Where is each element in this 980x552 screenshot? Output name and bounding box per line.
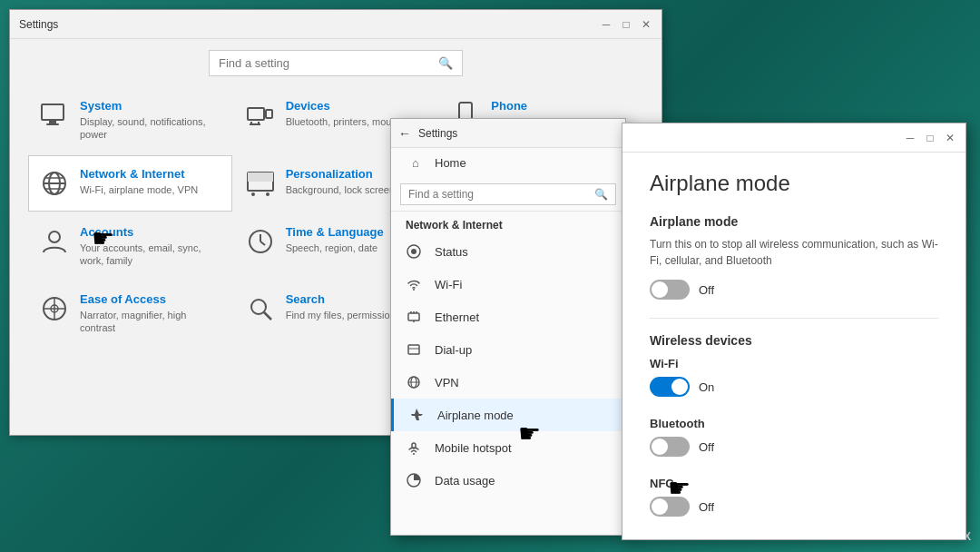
wifi-icon	[406, 276, 426, 292]
settings-item-ease[interactable]: Ease of Access Narrator, magnifier, high…	[28, 281, 232, 347]
airplane-minimize-button[interactable]: ─	[904, 132, 916, 144]
maximize-button[interactable]: □	[620, 18, 632, 31]
system-icon	[38, 99, 71, 132]
nav-search-container: 🔍	[391, 178, 625, 212]
close-button[interactable]: ✕	[640, 18, 652, 31]
back-button[interactable]: ←	[398, 126, 411, 141]
svg-point-18	[266, 192, 270, 196]
nav-item-dialup[interactable]: Dial-up	[391, 333, 625, 366]
bluetooth-toggle[interactable]	[650, 437, 690, 457]
airplane-toggle-label: Off	[699, 283, 714, 297]
svg-rect-3	[248, 108, 264, 120]
network-titlebar: ← Settings	[391, 119, 625, 148]
network-section-title: Network & Internet	[391, 212, 625, 235]
main-window-controls: ─ □ ✕	[600, 18, 652, 31]
main-titlebar: Settings ─ □ ✕	[10, 10, 662, 39]
nav-search-input[interactable]	[408, 188, 594, 201]
nfc-toggle-label-text: NFC	[650, 475, 938, 491]
airplane-window-controls: ─ □ ✕	[904, 132, 956, 144]
system-title: System	[80, 99, 222, 113]
status-icon	[406, 243, 426, 260]
network-title: Network & Internet	[80, 167, 198, 181]
svg-point-19	[49, 232, 60, 242]
search-title: Search	[286, 292, 401, 306]
svg-point-42	[413, 453, 415, 455]
nav-search-icon: 🔍	[594, 188, 608, 201]
main-window-title: Settings	[19, 18, 58, 31]
ease-desc: Narrator, magnifier, high contrast	[80, 309, 222, 335]
bluetooth-toggle-label-text: Bluetooth	[650, 415, 938, 431]
svg-rect-0	[42, 104, 64, 120]
minimize-button[interactable]: ─	[600, 18, 612, 31]
data-label: Data usage	[435, 474, 495, 488]
svg-rect-4	[266, 110, 272, 118]
svg-line-22	[260, 242, 265, 245]
airplane-titlebar: ─ □ ✕	[622, 123, 965, 153]
ease-title: Ease of Access	[80, 292, 222, 306]
bluetooth-device-label: Bluetooth	[650, 417, 705, 430]
main-search-input[interactable]	[219, 56, 438, 70]
search-desc: Find my files, permissions	[286, 309, 401, 321]
airplane-toggle[interactable]	[650, 280, 690, 300]
phone-text: Phone	[491, 99, 527, 115]
svg-rect-2	[46, 123, 59, 125]
nav-item-hotspot[interactable]: Mobile hotspot	[391, 431, 625, 464]
wifi-device-label: Wi-Fi	[650, 357, 679, 370]
nav-search-bar[interactable]: 🔍	[400, 183, 616, 205]
vpn-label: VPN	[435, 376, 459, 389]
svg-rect-37	[408, 345, 419, 354]
wireless-section-title: Wireless devices	[650, 333, 938, 348]
svg-point-27	[251, 300, 266, 314]
airplane-mode-window: ─ □ ✕ Airplane mode Airplane mode Turn t…	[622, 123, 966, 540]
svg-rect-16	[248, 172, 273, 182]
accounts-icon	[38, 225, 71, 258]
airplane-content: Airplane mode Airplane mode Turn this on…	[622, 153, 965, 552]
svg-point-31	[413, 289, 415, 291]
bluetooth-toggle-row: Off	[650, 437, 938, 457]
system-desc: Display, sound, notifications, power	[80, 115, 222, 142]
settings-item-system[interactable]: System Display, sound, notifications, po…	[28, 87, 232, 153]
settings-item-network[interactable]: Network & Internet Wi-Fi, airplane mode,…	[28, 155, 232, 212]
nav-item-wifi[interactable]: Wi-Fi	[391, 268, 625, 301]
airplane-label: Airplane mode	[437, 409, 514, 422]
airplane-icon	[408, 407, 428, 423]
hotspot-label: Mobile hotspot	[435, 441, 512, 455]
nav-item-ethernet[interactable]: Ethernet	[391, 301, 625, 333]
nav-item-vpn[interactable]: VPN	[391, 366, 625, 399]
ethernet-label: Ethernet	[435, 310, 479, 324]
nav-item-data[interactable]: Data usage	[391, 464, 625, 497]
nav-item-airplane[interactable]: Airplane mode	[391, 399, 625, 431]
vpn-icon	[406, 374, 426, 390]
time-title: Time & Language	[286, 225, 384, 239]
nfc-device-label: NFC	[650, 477, 674, 490]
airplane-maximize-button[interactable]: □	[924, 132, 936, 144]
time-text: Time & Language Speech, region, date	[286, 225, 384, 254]
section-divider	[650, 318, 938, 319]
hotspot-icon	[406, 439, 426, 456]
network-window-title: Settings	[418, 127, 457, 140]
nav-item-status[interactable]: Status	[391, 235, 625, 268]
svg-rect-1	[49, 121, 56, 123]
main-search-container: 🔍	[10, 39, 662, 87]
nfc-toggle[interactable]	[650, 497, 690, 517]
ease-text: Ease of Access Narrator, magnifier, high…	[80, 292, 222, 335]
airplane-close-button[interactable]: ✕	[944, 132, 956, 144]
nfc-toggle-row: Off	[650, 497, 938, 517]
accounts-title: Accounts	[80, 225, 222, 239]
accounts-desc: Your accounts, email, sync, work, family	[80, 242, 222, 268]
home-label: Home	[435, 156, 466, 170]
wifi-toggle-row: On	[650, 377, 938, 397]
devices-icon	[244, 99, 277, 132]
wifi-toggle-label-text: Wi-Fi	[650, 355, 938, 371]
nfc-toggle-state: Off	[699, 500, 714, 514]
nav-item-home[interactable]: ⌂ Home	[391, 148, 625, 178]
wifi-toggle[interactable]	[650, 377, 690, 397]
svg-point-30	[411, 249, 416, 254]
svg-rect-32	[408, 313, 419, 320]
svg-line-28	[264, 312, 271, 320]
time-icon	[244, 225, 277, 258]
dialup-label: Dial-up	[435, 343, 472, 357]
page-title: Airplane mode	[650, 171, 938, 196]
main-search-bar[interactable]: 🔍	[209, 50, 463, 76]
settings-item-accounts[interactable]: Accounts Your accounts, email, sync, wor…	[28, 213, 232, 280]
